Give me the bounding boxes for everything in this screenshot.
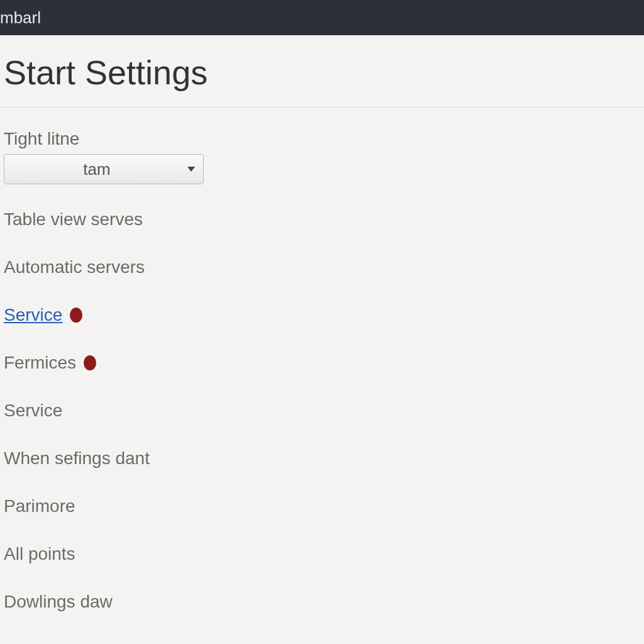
settings-list: Table view serves Automatic servers Serv… bbox=[0, 209, 644, 612]
list-item-label: Dowlings daw bbox=[4, 592, 113, 612]
list-item-label: When sefings dant bbox=[4, 448, 150, 469]
dropdown-field: Tight litne tam bbox=[0, 129, 644, 184]
list-item[interactable]: Service bbox=[4, 305, 644, 325]
list-item[interactable]: When sefings dant bbox=[4, 448, 644, 469]
list-item[interactable]: Automatic servers bbox=[4, 257, 644, 277]
list-item[interactable]: All points bbox=[4, 544, 644, 564]
list-item[interactable]: Dowlings daw bbox=[4, 592, 644, 612]
list-item-label: All points bbox=[4, 544, 75, 564]
content-area: Start Settings Tight litne tam Table vie… bbox=[0, 35, 644, 612]
app-title: mbarl bbox=[0, 8, 41, 28]
topbar: mbarl bbox=[0, 0, 644, 35]
list-item-label: Fermices bbox=[4, 353, 76, 373]
status-dot-icon bbox=[84, 355, 96, 370]
list-item[interactable]: Service bbox=[4, 401, 644, 421]
dropdown-wrap: tam bbox=[4, 154, 204, 184]
list-item-label: Parimore bbox=[4, 496, 75, 516]
list-item[interactable]: Parimore bbox=[4, 496, 644, 516]
list-item-label: Table view serves bbox=[4, 209, 143, 230]
list-item[interactable]: Table view serves bbox=[4, 209, 644, 230]
page-title: Start Settings bbox=[0, 53, 644, 108]
dropdown-label: Tight litne bbox=[4, 129, 644, 149]
list-item[interactable]: Fermices bbox=[4, 353, 644, 373]
status-dot-icon bbox=[70, 308, 82, 323]
dropdown-select[interactable]: tam bbox=[4, 154, 204, 184]
list-item-label: Automatic servers bbox=[4, 257, 145, 277]
list-item-label: Service bbox=[4, 401, 62, 421]
list-item-link[interactable]: Service bbox=[4, 305, 62, 325]
